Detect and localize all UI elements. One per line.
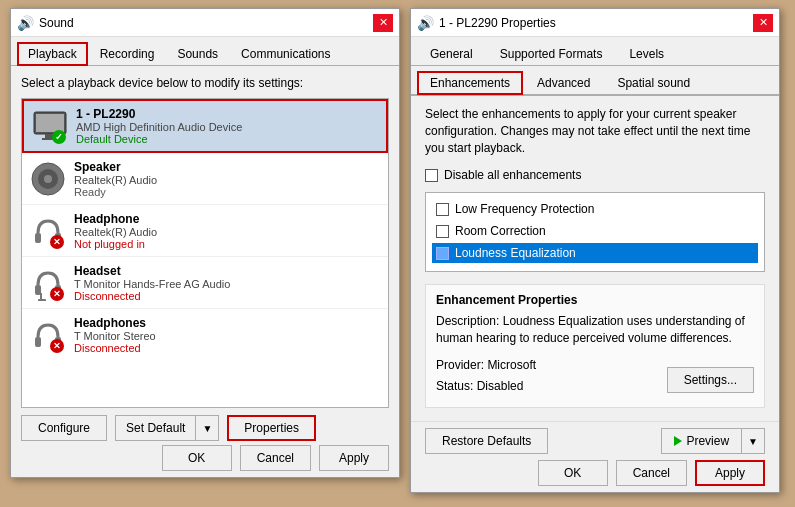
device-item-headset[interactable]: ✕ Headset T Monitor Hands-Free AG Audio … — [22, 257, 388, 309]
tab-supported-formats[interactable]: Supported Formats — [487, 42, 616, 66]
device-icon-monitor: ✓ — [32, 108, 68, 144]
device-status-headset: Disconnected — [74, 290, 380, 302]
preview-icon — [674, 436, 682, 446]
properties-button[interactable]: Properties — [227, 415, 316, 441]
sound-dialog: 🔊 Sound ✕ Playback Recording Sounds Comm… — [10, 8, 400, 478]
device-info-headset: Headset T Monitor Hands-Free AG Audio Di… — [74, 264, 380, 302]
props-tabs-row1: General Supported Formats Levels — [411, 37, 779, 66]
sound-tabs: Playback Recording Sounds Communications — [11, 37, 399, 66]
device-item-speaker[interactable]: Speaker Realtek(R) Audio Ready — [22, 153, 388, 205]
device-status-pl2290: Default Device — [76, 133, 378, 145]
tab-spatial-sound[interactable]: Spatial sound — [604, 71, 703, 95]
props-content: Select the enhancements to apply for you… — [411, 96, 779, 428]
tab-communications[interactable]: Communications — [230, 42, 341, 66]
status-row: Status: Disabled — [436, 378, 536, 395]
device-status-headphone: Not plugged in — [74, 238, 380, 250]
props-cancel-button[interactable]: Cancel — [616, 460, 687, 486]
device-info-headphone: Headphone Realtek(R) Audio Not plugged i… — [74, 212, 380, 250]
sound-ok-button[interactable]: OK — [162, 445, 232, 471]
device-driver-pl2290: AMD High Definition Audio Device — [76, 121, 378, 133]
tab-playback[interactable]: Playback — [17, 42, 88, 66]
device-driver-headset: T Monitor Hands-Free AG Audio — [74, 278, 380, 290]
low-freq-checkbox[interactable] — [436, 203, 449, 216]
configure-button[interactable]: Configure — [21, 415, 107, 441]
properties-dialog: 🔊 1 - PL2290 Properties ✕ General Suppor… — [410, 8, 780, 493]
status-value: Disabled — [477, 379, 524, 393]
sound-apply-button[interactable]: Apply — [319, 445, 389, 471]
disable-all-row: Disable all enhancements — [425, 168, 765, 182]
device-icon-headset: ✕ — [30, 265, 66, 301]
device-status-headphones: Disconnected — [74, 342, 380, 354]
sound-cancel-button[interactable]: Cancel — [240, 445, 311, 471]
provider-row: Provider: Microsoft — [436, 357, 536, 374]
enhancement-loudness[interactable]: Loudness Equalization — [432, 243, 758, 263]
device-name-headphones: Headphones — [74, 316, 380, 330]
tab-enhancements[interactable]: Enhancements — [417, 71, 523, 95]
device-item-pl2290[interactable]: ✓ 1 - PL2290 AMD High Definition Audio D… — [22, 99, 388, 153]
provider-status-col: Provider: Microsoft Status: Disabled — [436, 357, 536, 399]
device-driver-speaker: Realtek(R) Audio — [74, 174, 380, 186]
headphone-x: ✕ — [50, 235, 64, 249]
tab-advanced[interactable]: Advanced — [524, 71, 603, 95]
tab-levels[interactable]: Levels — [616, 42, 677, 66]
device-driver-headphones: T Monitor Stereo — [74, 330, 380, 342]
tab-sounds[interactable]: Sounds — [166, 42, 229, 66]
status-label: Status: — [436, 379, 473, 393]
preview-group: Preview ▼ — [661, 428, 765, 454]
props-tabs-row2: Enhancements Advanced Spatial sound — [411, 66, 779, 96]
sound-content: Select a playback device below to modify… — [11, 66, 399, 418]
enhancements-description: Select the enhancements to apply for you… — [425, 106, 765, 156]
device-name-headphone: Headphone — [74, 212, 380, 226]
device-icon-headphones: ✕ — [30, 317, 66, 353]
sound-title-text: Sound — [39, 16, 74, 30]
device-name-pl2290: 1 - PL2290 — [76, 107, 378, 121]
room-correction-label: Room Correction — [455, 224, 546, 238]
room-correction-checkbox[interactable] — [436, 225, 449, 238]
preview-dropdown-button[interactable]: ▼ — [742, 428, 765, 454]
enhancement-room-correction[interactable]: Room Correction — [432, 221, 758, 241]
device-name-speaker: Speaker — [74, 160, 380, 174]
device-list: ✓ 1 - PL2290 AMD High Definition Audio D… — [21, 98, 389, 408]
low-freq-label: Low Frequency Protection — [455, 202, 594, 216]
enhancement-list: Low Frequency Protection Room Correction… — [425, 192, 765, 272]
enhancement-properties-section: Enhancement Properties Description: Loud… — [425, 284, 765, 407]
set-default-group: Set Default ▼ — [115, 415, 219, 441]
tab-recording[interactable]: Recording — [89, 42, 166, 66]
description-row: Description: Loudness Equalization uses … — [436, 313, 754, 347]
device-icon-speaker — [30, 161, 66, 197]
device-item-headphone[interactable]: ✕ Headphone Realtek(R) Audio Not plugged… — [22, 205, 388, 257]
loudness-label: Loudness Equalization — [455, 246, 576, 260]
loudness-checkbox[interactable] — [436, 247, 449, 260]
device-driver-headphone: Realtek(R) Audio — [74, 226, 380, 238]
properties-close-button[interactable]: ✕ — [753, 14, 773, 32]
svg-point-6 — [44, 175, 52, 183]
sound-title-icon: 🔊 — [17, 15, 33, 31]
settings-button[interactable]: Settings... — [667, 367, 754, 393]
headphones-x: ✕ — [50, 339, 64, 353]
props-ok-button[interactable]: OK — [538, 460, 608, 486]
device-info-headphones: Headphones T Monitor Stereo Disconnected — [74, 316, 380, 354]
props-apply-button[interactable]: Apply — [695, 460, 765, 486]
props-title-icon: 🔊 — [417, 15, 433, 31]
svg-rect-13 — [35, 337, 41, 347]
tab-general[interactable]: General — [417, 42, 486, 66]
provider-value: Microsoft — [487, 358, 536, 372]
sound-close-button[interactable]: ✕ — [373, 14, 393, 32]
enhancement-low-freq[interactable]: Low Frequency Protection — [432, 199, 758, 219]
device-info-speaker: Speaker Realtek(R) Audio Ready — [74, 160, 380, 198]
restore-defaults-button[interactable]: Restore Defaults — [425, 428, 548, 454]
device-item-headphones[interactable]: ✕ Headphones T Monitor Stereo Disconnect… — [22, 309, 388, 361]
device-icon-headphone: ✕ — [30, 213, 66, 249]
device-info-pl2290: 1 - PL2290 AMD High Definition Audio Dev… — [76, 107, 378, 145]
disable-all-checkbox[interactable] — [425, 169, 438, 182]
set-default-arrow-button[interactable]: ▼ — [196, 415, 219, 441]
set-default-button[interactable]: Set Default — [115, 415, 196, 441]
provider-label: Provider: — [436, 358, 484, 372]
default-check: ✓ — [52, 130, 66, 144]
sound-title-bar: 🔊 Sound ✕ — [11, 9, 399, 37]
title-bar-left: 🔊 Sound — [17, 15, 74, 31]
headset-x: ✕ — [50, 287, 64, 301]
device-status-speaker: Ready — [74, 186, 380, 198]
playback-description: Select a playback device below to modify… — [21, 76, 389, 90]
preview-button[interactable]: Preview — [661, 428, 742, 454]
